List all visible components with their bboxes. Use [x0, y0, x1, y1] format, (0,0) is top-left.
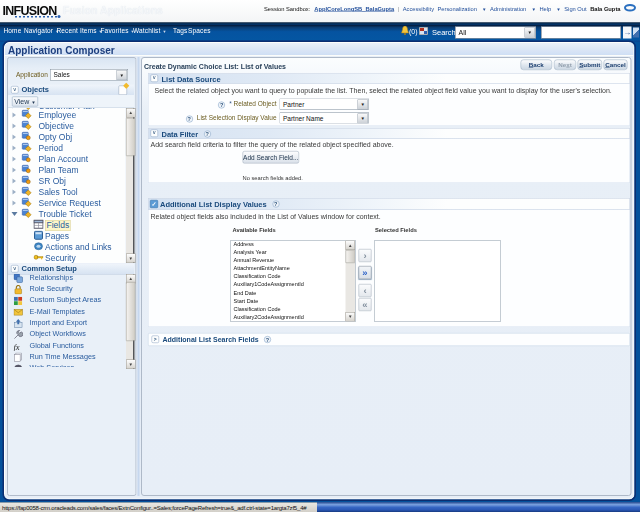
svg-text:fx: fx: [14, 341, 20, 350]
